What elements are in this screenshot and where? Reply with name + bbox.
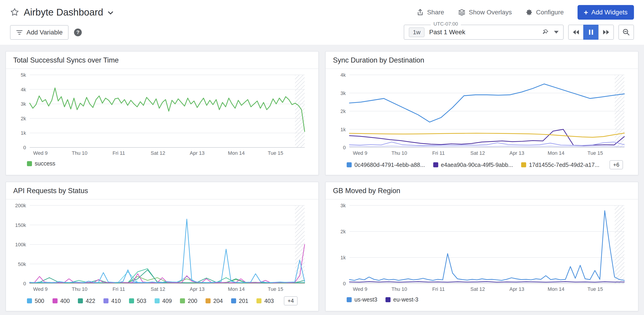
svg-text:0: 0 xyxy=(343,145,346,150)
star-icon xyxy=(10,8,19,17)
time-pause-button[interactable] xyxy=(583,25,599,40)
svg-text:Mon 14: Mon 14 xyxy=(548,286,564,292)
pause-icon xyxy=(589,30,593,35)
svg-text:100k: 100k xyxy=(15,242,26,248)
svg-text:Thu 10: Thu 10 xyxy=(392,286,407,292)
chart-legend: us-west3eu-west-3 xyxy=(326,294,638,309)
svg-text:5k: 5k xyxy=(21,72,26,78)
legend-label: 17d1455c-7ed5-49d2-a17... xyxy=(529,162,600,168)
timezone-label: UTC-07:00 xyxy=(431,21,461,27)
legend-label: 422 xyxy=(86,298,95,304)
configure-label: Configure xyxy=(536,9,564,16)
legend-label: 410 xyxy=(111,298,121,304)
legend-swatch xyxy=(27,298,32,303)
legend-label: 204 xyxy=(213,298,223,304)
show-overlays-label: Show Overlays xyxy=(469,9,512,16)
sync-duration-chart[interactable]: 01k2k3k4kWed 9Thu 10Fri 11Sat 12Apr 13Mo… xyxy=(328,71,629,157)
add-widgets-button[interactable]: + Add Widgets xyxy=(578,5,634,20)
legend-label: e4aea90a-90ca-49f5-9abb... xyxy=(441,162,513,168)
share-button[interactable]: Share xyxy=(416,9,444,16)
show-overlays-button[interactable]: Show Overlays xyxy=(458,9,512,16)
legend-item[interactable]: 400 xyxy=(52,298,70,304)
legend-item[interactable]: 500 xyxy=(27,298,44,304)
legend-swatch xyxy=(129,298,134,303)
caret-down-icon[interactable] xyxy=(554,31,558,33)
svg-text:150k: 150k xyxy=(15,222,26,228)
svg-text:Sat 12: Sat 12 xyxy=(470,286,485,292)
widget-gb-moved-by-region: GB Moved by Region 01k2k3kWed 9Thu 10Fri… xyxy=(325,182,638,311)
legend-item[interactable]: 204 xyxy=(206,298,223,304)
svg-text:200k: 200k xyxy=(15,203,26,208)
configure-button[interactable]: Configure xyxy=(526,9,564,16)
dashboard-header: Airbyte Dashboard Share Show O xyxy=(0,0,644,45)
legend-label: 400 xyxy=(60,298,70,304)
legend-swatch xyxy=(78,298,83,303)
range-label: Past 1 Week xyxy=(429,28,465,36)
pin-icon[interactable] xyxy=(542,29,548,35)
svg-text:2k: 2k xyxy=(340,229,346,234)
legend-swatch xyxy=(206,298,210,303)
svg-text:0: 0 xyxy=(343,281,346,287)
time-backward-button[interactable] xyxy=(568,25,584,40)
legend-item[interactable]: 17d1455c-7ed5-49d2-a17... xyxy=(521,162,600,168)
legend-item[interactable]: success xyxy=(27,160,55,167)
share-label: Share xyxy=(427,9,444,16)
time-range-picker[interactable]: UTC-07:00 1w Past 1 Week xyxy=(404,25,564,40)
legend-item[interactable]: 503 xyxy=(129,298,146,304)
svg-text:1k: 1k xyxy=(340,255,346,261)
chevron-down-icon xyxy=(108,11,113,15)
legend-item[interactable]: us-west3 xyxy=(347,296,377,303)
help-icon[interactable] xyxy=(74,28,82,36)
legend-label: us-west3 xyxy=(354,296,377,303)
legend-item[interactable]: 409 xyxy=(154,298,172,304)
legend-item[interactable]: 200 xyxy=(180,298,197,304)
svg-text:3k: 3k xyxy=(21,101,26,107)
add-variable-button[interactable]: Add Variable xyxy=(10,25,68,40)
svg-text:Tue 15: Tue 15 xyxy=(268,150,284,156)
legend-swatch xyxy=(347,162,352,167)
svg-text:Fri 11: Fri 11 xyxy=(432,150,445,156)
svg-text:2k: 2k xyxy=(21,116,26,121)
legend-swatch xyxy=(347,297,352,302)
total-successful-syncs-chart[interactable]: 01k2k3k4k5kWed 9Thu 10Fri 11Sat 12Apr 13… xyxy=(9,71,309,157)
svg-text:Mon 14: Mon 14 xyxy=(228,286,244,292)
legend-item[interactable]: 403 xyxy=(256,298,274,304)
legend-more-chip[interactable]: +6 xyxy=(610,160,623,169)
favorite-star-button[interactable] xyxy=(10,8,19,17)
legend-item[interactable]: 422 xyxy=(78,298,95,304)
gb-moved-chart[interactable]: 01k2k3kWed 9Thu 10Fri 11Sat 12Apr 13Mon … xyxy=(328,201,629,294)
api-requests-chart[interactable]: 050k100k150k200kWed 9Thu 10Fri 11Sat 12A… xyxy=(9,201,309,294)
svg-text:Sat 12: Sat 12 xyxy=(151,150,165,156)
legend-item[interactable]: 201 xyxy=(231,298,248,304)
legend-item[interactable]: e4aea90a-90ca-49f5-9abb... xyxy=(433,162,513,168)
rewind-icon xyxy=(572,29,579,35)
range-shortcut-chip[interactable]: 1w xyxy=(409,27,424,37)
svg-text:Mon 14: Mon 14 xyxy=(548,150,564,156)
zoom-out-button[interactable] xyxy=(618,25,634,40)
svg-text:Apr 13: Apr 13 xyxy=(190,286,204,292)
svg-text:Fri 11: Fri 11 xyxy=(432,286,445,292)
svg-text:Thu 10: Thu 10 xyxy=(72,150,88,156)
legend-more-chip[interactable]: +4 xyxy=(284,296,297,306)
legend-swatch xyxy=(154,298,160,303)
legend-swatch xyxy=(256,298,262,303)
svg-text:Apr 13: Apr 13 xyxy=(510,286,524,292)
legend-item[interactable]: eu-west-3 xyxy=(386,296,418,303)
title-dropdown[interactable] xyxy=(108,11,113,15)
legend-swatch xyxy=(386,297,390,302)
legend-label: eu-west-3 xyxy=(393,296,418,303)
legend-item[interactable]: 410 xyxy=(104,298,121,304)
fast-forward-icon xyxy=(603,29,610,35)
legend-label: 500 xyxy=(35,298,44,304)
time-forward-button[interactable] xyxy=(598,25,614,40)
svg-text:Apr 13: Apr 13 xyxy=(510,150,524,156)
add-widgets-label: Add Widgets xyxy=(591,9,628,16)
widget-title: GB Moved by Region xyxy=(326,182,638,200)
svg-text:1k: 1k xyxy=(340,127,346,132)
layers-icon xyxy=(458,9,466,16)
legend-swatch xyxy=(52,298,58,303)
legend-label: 200 xyxy=(188,298,197,304)
gear-icon xyxy=(526,9,533,16)
svg-text:Thu 10: Thu 10 xyxy=(392,150,407,156)
legend-item[interactable]: 0c49680d-4791-4ebb-a88... xyxy=(347,162,425,168)
